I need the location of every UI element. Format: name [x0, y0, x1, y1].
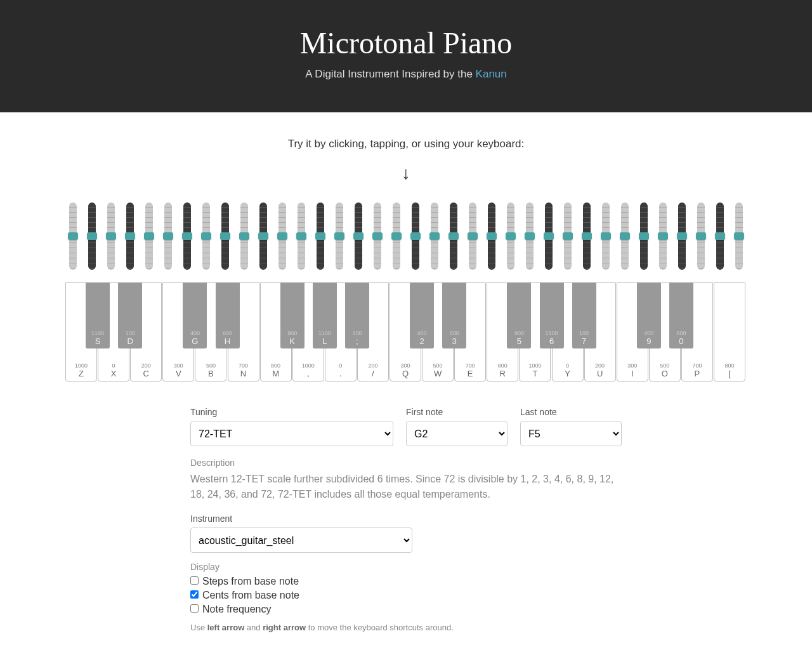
tuning-slider[interactable]: [88, 202, 96, 270]
slider-thumb[interactable]: [410, 232, 421, 240]
slider-thumb[interactable]: [487, 232, 497, 240]
tuning-slider[interactable]: [164, 202, 172, 270]
tuning-slider[interactable]: [278, 202, 286, 270]
black-key[interactable]: 600H: [216, 282, 240, 348]
first-note-select[interactable]: G2: [406, 421, 508, 446]
slider-thumb[interactable]: [125, 232, 135, 240]
tuning-slider[interactable]: [412, 202, 419, 270]
tuning-slider[interactable]: [697, 202, 705, 270]
black-key[interactable]: 6003: [442, 282, 466, 348]
tuning-slider[interactable]: [450, 202, 457, 270]
tuning-slider[interactable]: [640, 202, 648, 270]
black-key[interactable]: 1007: [572, 282, 596, 348]
slider-thumb[interactable]: [525, 232, 535, 240]
tuning-slider[interactable]: [545, 202, 553, 270]
check-cents[interactable]: [190, 590, 199, 599]
tuning-slider[interactable]: [659, 202, 667, 270]
instrument-select[interactable]: acoustic_guitar_steel: [190, 527, 412, 553]
last-note-select[interactable]: F5: [520, 421, 622, 446]
slider-thumb[interactable]: [163, 232, 173, 240]
slider-thumb[interactable]: [715, 232, 725, 240]
slider-thumb[interactable]: [106, 232, 116, 240]
black-key[interactable]: 9005: [507, 282, 531, 348]
slider-thumb[interactable]: [544, 232, 554, 240]
tuning-slider[interactable]: [393, 202, 400, 270]
black-key[interactable]: 1100L: [313, 282, 337, 348]
slider-thumb[interactable]: [201, 232, 211, 240]
kanun-link[interactable]: Kanun: [476, 68, 507, 80]
slider-thumb[interactable]: [353, 232, 363, 240]
tuning-slider[interactable]: [526, 202, 534, 270]
tuning-slider[interactable]: [507, 202, 514, 270]
check-freq[interactable]: [190, 604, 199, 613]
tuning-slider[interactable]: [107, 202, 115, 270]
tuning-slider[interactable]: [488, 202, 495, 270]
slider-thumb[interactable]: [87, 232, 97, 240]
slider-thumb[interactable]: [144, 232, 154, 240]
slider-thumb[interactable]: [734, 232, 744, 240]
tuning-select[interactable]: 72-TET: [190, 421, 393, 446]
slider-thumb[interactable]: [620, 232, 630, 240]
slider-thumb[interactable]: [468, 232, 478, 240]
black-key[interactable]: 11006: [540, 282, 564, 348]
key-letter: K: [289, 336, 295, 346]
tuning-slider[interactable]: [183, 202, 191, 270]
tuning-slider[interactable]: [735, 202, 743, 270]
black-key[interactable]: 400G: [183, 282, 207, 348]
slider-thumb[interactable]: [601, 232, 611, 240]
tuning-slider[interactable]: [298, 202, 305, 270]
slider-thumb[interactable]: [506, 232, 516, 240]
tuning-slider[interactable]: [336, 202, 343, 270]
slider-thumb[interactable]: [391, 232, 402, 240]
slider-thumb[interactable]: [372, 232, 383, 240]
tuning-slider[interactable]: [431, 202, 438, 270]
black-key[interactable]: 4009: [637, 282, 661, 348]
slider-thumb[interactable]: [334, 232, 344, 240]
tuning-slider[interactable]: [678, 202, 686, 270]
check-steps[interactable]: [190, 576, 199, 585]
slider-thumb[interactable]: [277, 232, 287, 240]
black-key[interactable]: 100;: [345, 282, 369, 348]
check-steps-label[interactable]: Steps from base note: [190, 576, 622, 587]
tuning-slider[interactable]: [317, 202, 324, 270]
black-key[interactable]: 4002: [410, 282, 434, 348]
slider-thumb[interactable]: [696, 232, 706, 240]
tuning-slider[interactable]: [259, 202, 267, 270]
slider-thumb[interactable]: [563, 232, 573, 240]
slider-thumb[interactable]: [68, 232, 78, 240]
tuning-slider[interactable]: [145, 202, 153, 270]
slider-thumb[interactable]: [315, 232, 325, 240]
tuning-slider[interactable]: [202, 202, 210, 270]
tuning-slider[interactable]: [583, 202, 591, 270]
slider-thumb[interactable]: [220, 232, 230, 240]
tuning-slider[interactable]: [621, 202, 629, 270]
check-freq-label[interactable]: Note frequency: [190, 604, 622, 615]
slider-thumb[interactable]: [658, 232, 668, 240]
tuning-slider[interactable]: [221, 202, 229, 270]
tuning-slider[interactable]: [469, 202, 476, 270]
tuning-slider[interactable]: [69, 202, 77, 270]
tuning-slider[interactable]: [240, 202, 248, 270]
slider-thumb[interactable]: [449, 232, 459, 240]
slider-thumb[interactable]: [582, 232, 592, 240]
tuning-slider[interactable]: [602, 202, 610, 270]
check-cents-label[interactable]: Cents from base note: [190, 590, 622, 601]
black-key[interactable]: 1100S: [86, 282, 110, 348]
slider-thumb[interactable]: [429, 232, 440, 240]
slider-thumb[interactable]: [258, 232, 268, 240]
tuning-slider[interactable]: [374, 202, 381, 270]
key-letter: Q: [402, 369, 409, 378]
tuning-slider[interactable]: [126, 202, 134, 270]
black-key[interactable]: 900K: [280, 282, 304, 348]
black-key[interactable]: 100D: [118, 282, 142, 348]
slider-thumb[interactable]: [677, 232, 687, 240]
white-key[interactable]: 800[: [714, 282, 745, 381]
black-key[interactable]: 6000: [669, 282, 693, 348]
slider-thumb[interactable]: [182, 232, 192, 240]
tuning-slider[interactable]: [716, 202, 724, 270]
tuning-slider[interactable]: [564, 202, 572, 270]
tuning-slider[interactable]: [355, 202, 362, 270]
slider-thumb[interactable]: [639, 232, 649, 240]
slider-thumb[interactable]: [296, 232, 306, 240]
slider-thumb[interactable]: [239, 232, 249, 240]
